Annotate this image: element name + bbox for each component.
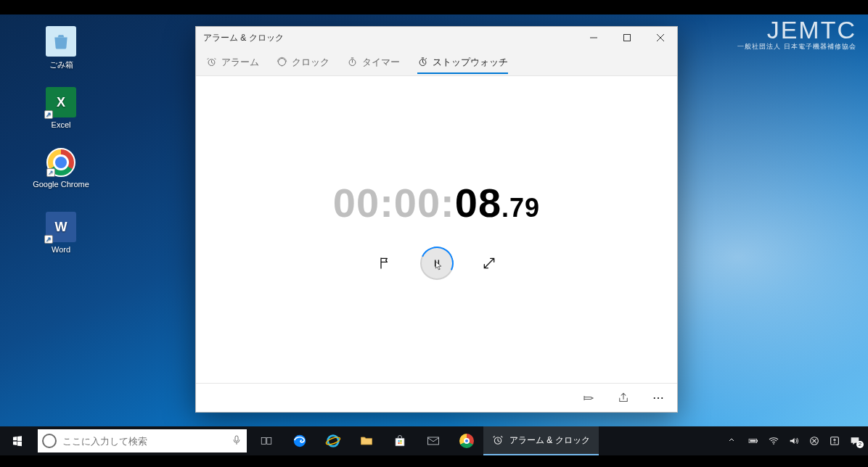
watermark-title: JEMTC [737, 17, 856, 42]
svg-point-6 [658, 397, 659, 398]
shortcut-arrow-icon: ↗ [44, 110, 53, 119]
time-display: 00:00:08.79 [333, 179, 540, 226]
svg-point-7 [661, 397, 663, 398]
titlebar[interactable]: アラーム & クロック [196, 27, 677, 49]
pin-button[interactable] [580, 389, 597, 407]
ime-icon [829, 435, 840, 447]
taskbar-chrome[interactable] [450, 426, 483, 455]
timer-icon [347, 57, 358, 67]
windows-icon [12, 435, 23, 447]
tab-timer[interactable]: タイマー [347, 51, 400, 73]
expand-button[interactable] [481, 255, 497, 271]
maximize-button[interactable] [610, 27, 644, 49]
tab-label: タイマー [362, 56, 400, 69]
folder-icon [359, 434, 374, 448]
share-button[interactable] [615, 389, 632, 407]
mouse-cursor-icon [434, 260, 444, 273]
svg-rect-18 [428, 437, 439, 445]
flag-icon [377, 256, 392, 270]
system-tray: 2 [717, 435, 868, 447]
svg-point-23 [773, 443, 774, 445]
tray-region[interactable] [808, 435, 820, 447]
taskbar-store[interactable] [383, 426, 417, 455]
tray-ime[interactable] [829, 435, 840, 447]
cortana-icon [42, 434, 57, 448]
letterbox-top [0, 0, 868, 15]
desktop-icon-label: ごみ箱 [32, 59, 90, 70]
svg-rect-8 [235, 436, 238, 441]
tray-overflow[interactable] [724, 436, 739, 447]
taskbar: アラーム & クロック 2 [0, 426, 868, 455]
jemtc-watermark: JEMTC 一般社団法人 日本電子機器補修協会 [737, 17, 856, 51]
search-input[interactable] [62, 436, 226, 447]
svg-rect-16 [398, 442, 400, 444]
tab-clock[interactable]: クロック [277, 51, 329, 73]
lap-button[interactable] [377, 255, 393, 271]
alarm-icon [492, 434, 504, 446]
ie-icon [325, 433, 341, 449]
tab-alarm[interactable]: アラーム [206, 51, 259, 73]
svg-rect-15 [400, 440, 401, 442]
watermark-subtitle: 一般社団法人 日本電子機器補修協会 [737, 42, 856, 51]
share-icon [617, 392, 630, 405]
window-title: アラーム & クロック [203, 32, 284, 44]
desktop-icon-word[interactable]: W↗ Word [32, 212, 90, 254]
time-hours: 00 [333, 179, 380, 226]
svg-point-2 [279, 59, 286, 66]
letterbox-bottom [0, 455, 868, 467]
chrome-icon: ↗ [46, 148, 75, 177]
task-view-icon [260, 434, 273, 447]
desktop-icon-chrome[interactable]: ↗ Google Chrome [32, 148, 90, 189]
expand-icon [482, 256, 496, 270]
svg-point-13 [325, 436, 340, 446]
clock-icon [277, 57, 287, 67]
close-button[interactable] [644, 27, 677, 49]
svg-rect-10 [267, 438, 271, 445]
tray-battery[interactable] [748, 435, 759, 447]
tray-action-center[interactable]: 2 [849, 435, 861, 447]
taskbar-explorer[interactable] [350, 426, 383, 455]
pause-button[interactable] [420, 247, 454, 280]
alarm-icon [206, 57, 217, 67]
tab-stopwatch[interactable]: ストップウォッチ [417, 51, 508, 73]
mic-icon[interactable] [231, 434, 242, 448]
wifi-icon [768, 435, 779, 447]
desktop-icon-label: Excel [32, 120, 90, 129]
taskbar-app-clock[interactable]: アラーム & クロック [483, 426, 599, 455]
recycle-bin-icon [46, 26, 76, 57]
taskbar-edge[interactable] [283, 426, 316, 455]
more-button[interactable] [650, 389, 667, 407]
desktop-icon-excel[interactable]: X↗ Excel [32, 87, 90, 129]
taskbar-mail[interactable] [417, 426, 450, 455]
tray-wifi[interactable] [768, 435, 779, 447]
chrome-icon [459, 434, 474, 448]
stopwatch-body: 00:00:08.79 [196, 76, 677, 383]
taskbar-app-label: アラーム & クロック [509, 434, 590, 447]
circle-x-icon [808, 435, 820, 447]
time-frac: 79 [509, 193, 540, 223]
taskbar-ie[interactable] [316, 426, 350, 455]
desktop-icon-label: Word [32, 245, 90, 254]
svg-point-5 [654, 397, 655, 398]
stopwatch-controls [377, 247, 497, 280]
time-minutes: 00 [394, 179, 441, 226]
tray-volume[interactable] [788, 435, 800, 447]
mail-icon [426, 434, 441, 448]
tab-label: ストップウォッチ [433, 56, 508, 69]
store-icon [393, 434, 407, 448]
word-icon: W↗ [46, 212, 76, 242]
task-view-button[interactable] [250, 426, 283, 455]
svg-rect-22 [750, 440, 756, 442]
tab-label: アラーム [221, 56, 259, 69]
time-seconds: 08 [455, 179, 501, 226]
clock-app-window: アラーム & クロック アラーム クロック タイマー [195, 26, 678, 413]
taskbar-search[interactable] [38, 429, 247, 452]
svg-rect-9 [261, 438, 266, 445]
start-button[interactable] [0, 426, 35, 455]
stopwatch-icon [417, 57, 428, 67]
excel-icon: X↗ [46, 87, 76, 117]
edge-icon [292, 433, 308, 449]
tab-bar: アラーム クロック タイマー ストップウォッチ [196, 49, 677, 76]
desktop-icon-recycle-bin[interactable]: ごみ箱 [32, 26, 90, 70]
minimize-button[interactable] [577, 27, 610, 49]
